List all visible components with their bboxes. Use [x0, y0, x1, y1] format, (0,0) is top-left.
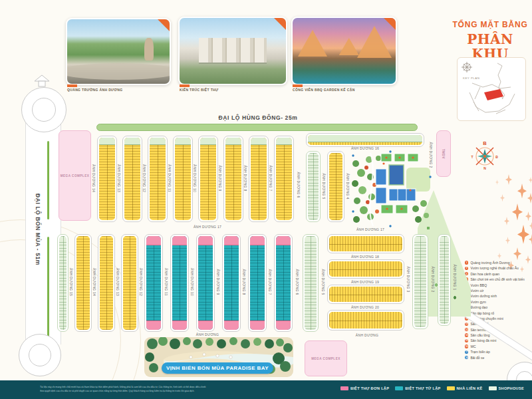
- left-avenue-label: ĐẠI LỘ BỐN MÙA - 51m: [35, 194, 41, 265]
- lot-rows: [308, 153, 319, 220]
- left-avenue-road: [25, 100, 61, 344]
- area-label: TMDV: [442, 148, 445, 158]
- villa-cap: [224, 236, 239, 245]
- street-label: ÁNH DƯƠNG 13: [116, 268, 120, 296]
- lot-rows: [123, 236, 136, 330]
- shophouse-strip: [150, 138, 166, 145]
- lot-type-label: BIỆT THỰ TỨ LẬP: [405, 386, 440, 390]
- lot-rows: [146, 236, 161, 330]
- street-label: ÁNH DƯƠNG 11: [168, 164, 172, 192]
- lot-rows: [276, 138, 292, 220]
- lot-type-legend: BIỆT THỰ ĐƠN LẬPBIỆT THỰ TỨ LẬPNHÀ LIỀN …: [340, 386, 524, 390]
- lot-rows: [59, 236, 66, 330]
- lot-block: [196, 234, 215, 332]
- masterplan-poster: QUẢNG TRƯỜNG ÁNH DƯƠNGKIẾN TRÚC BIỆT THỰ…: [0, 0, 532, 399]
- lot-block: [306, 133, 424, 147]
- lot-block: [97, 136, 117, 222]
- lot-type-label: BIỆT THỰ ĐƠN LẬP: [350, 386, 389, 390]
- street-label: ÁNH DƯƠNG 11: [164, 268, 168, 296]
- lot-block: [248, 234, 267, 332]
- lot-block: [274, 136, 294, 222]
- lot-rows: [414, 236, 426, 327]
- lot-block: [274, 234, 293, 332]
- lot-rows: [251, 138, 267, 220]
- street-label: ÁNH DƯƠNG 3: [406, 266, 410, 292]
- shophouse-strip: [124, 138, 140, 145]
- lot-type-label: NHÀ LIỀN KỀ: [457, 386, 483, 390]
- street-label: ÁNH DƯƠNG 9: [218, 165, 222, 191]
- paradise-bay-banner: VỊNH BIỂN BỐN MÙA PARADISE BAY: [162, 362, 273, 374]
- street-label: ÁNH DƯƠNG 14: [92, 164, 96, 192]
- villa-cap: [172, 236, 187, 245]
- lot-type-label: SHOPHOUSE: [499, 386, 524, 390]
- lot-type-item: BIỆT THỰ ĐƠN LẬP: [340, 386, 389, 390]
- lot-block: [327, 259, 404, 279]
- lot-rows: [200, 138, 216, 220]
- street-label: ÁNH DƯƠNG 20: [351, 305, 379, 309]
- lot-rows: [172, 236, 187, 330]
- lot-block: [57, 234, 68, 332]
- lot-block: [327, 310, 404, 331]
- lot-block: [327, 234, 404, 253]
- central-park: [350, 150, 432, 227]
- villa-cap: [198, 236, 213, 245]
- shophouse-strip: [99, 138, 115, 145]
- roundabout-inner: [32, 98, 56, 122]
- lot-type-swatch: [340, 386, 348, 390]
- lot-type-item: BIỆT THỰ TỨ LẬP: [395, 386, 440, 390]
- lot-block: [306, 151, 321, 222]
- street-label: ÁNH DƯƠNG 7: [268, 269, 272, 295]
- street-label: ÁNH DƯƠNG 17: [356, 227, 384, 231]
- lot-block: [438, 234, 451, 326]
- lot-block: [144, 234, 163, 332]
- street-label: ÁNH DƯƠNG 6: [295, 269, 299, 295]
- street-label: ÁNH DƯƠNG: [196, 332, 219, 336]
- site-plan: ĐẠI LỘ HÙNG ĐÔNG- 25m ĐẠI LỘ BỐN MÙA - 5…: [0, 0, 532, 399]
- footer-bar: Tài liệu này chỉ mang tính chất minh họa…: [0, 380, 532, 399]
- shophouse-strip: [175, 138, 191, 145]
- area-label: MEGA COMPLEX: [311, 357, 340, 360]
- lot-block: [303, 234, 319, 332]
- area-label: MEGA COMPLEX: [61, 174, 90, 178]
- top-avenue-median: [96, 124, 418, 131]
- lot-block: [198, 136, 218, 222]
- lot-rows: [76, 236, 90, 330]
- lot-block: [148, 136, 168, 222]
- villa-cap: [276, 321, 291, 330]
- lot-rows: [175, 138, 191, 220]
- lot-block: [122, 136, 142, 222]
- lot-type-item: SHOPHOUSE: [489, 386, 524, 390]
- lot-block: [223, 136, 243, 222]
- street-label: ÁNH DƯƠNG 14: [92, 268, 96, 296]
- lot-rows: [329, 312, 402, 329]
- lot-rows: [224, 236, 239, 330]
- lot-rows: [250, 236, 265, 330]
- street-label: ÁNH DƯƠNG 17: [194, 225, 221, 229]
- road-median: [47, 237, 49, 336]
- lot-rows: [276, 236, 291, 330]
- villa-cap: [250, 236, 265, 245]
- street-label: ÁNH DƯƠNG 9: [216, 269, 220, 295]
- street-label: ÁNH DƯƠNG 2: [429, 142, 433, 168]
- shophouse-strip: [225, 138, 241, 145]
- villa-cap: [198, 321, 213, 330]
- villa-cap: [276, 236, 291, 245]
- lot-type-item: NHÀ LIỀN KỀ: [447, 386, 483, 390]
- lot-rows: [225, 138, 241, 220]
- lot-block: [249, 136, 269, 222]
- street-label: ÁNH DƯƠNG 13: [117, 164, 121, 192]
- gate-icon: [33, 74, 51, 88]
- lot-rows: [329, 287, 402, 302]
- shophouse-strip: [276, 138, 292, 145]
- lot-block: [222, 234, 241, 332]
- street-label: ÁNH DƯƠNG 10: [193, 164, 197, 192]
- villa-cap: [146, 236, 161, 245]
- lot-rows: [99, 138, 115, 220]
- street-label: ÁNH DƯƠNG 18: [351, 255, 379, 259]
- villa-cap: [172, 321, 187, 330]
- lot-rows: [100, 236, 113, 330]
- lot-block: [173, 136, 193, 222]
- top-avenue-label: ĐẠI LỘ HÙNG ĐÔNG- 25m: [219, 114, 298, 121]
- street-label: ÁNH DƯƠNG 12: [142, 164, 146, 192]
- lot-rows: [440, 236, 449, 324]
